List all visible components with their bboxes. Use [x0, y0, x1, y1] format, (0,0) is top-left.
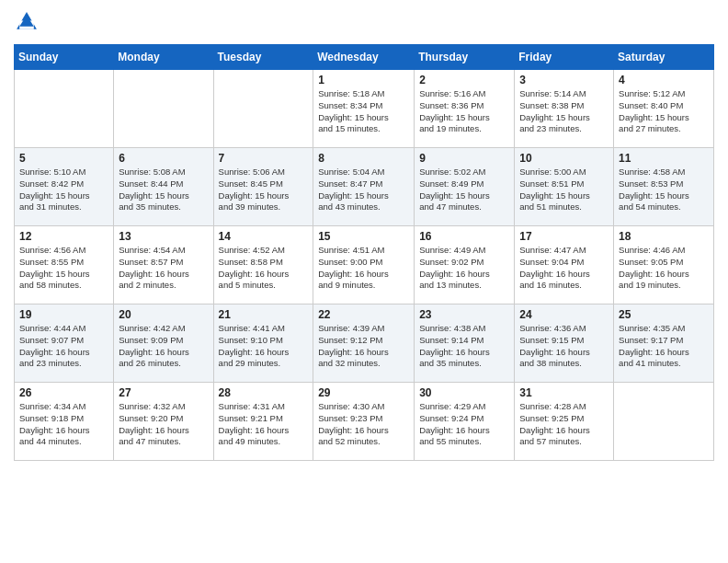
day-number: 2 [419, 74, 509, 86]
day-info: Sunrise: 5:18 AM Sunset: 8:34 PM Dayligh… [318, 88, 409, 135]
day-info: Sunrise: 4:30 AM Sunset: 9:23 PM Dayligh… [318, 401, 409, 448]
weekday-wednesday: Wednesday [313, 45, 415, 70]
day-number: 23 [419, 308, 509, 321]
logo-icon [14, 9, 40, 35]
day-info: Sunrise: 4:44 AM Sunset: 9:07 PM Dayligh… [19, 323, 108, 370]
day-cell [213, 70, 313, 148]
day-cell: 2Sunrise: 5:16 AM Sunset: 8:36 PM Daylig… [415, 70, 515, 148]
weekday-friday: Friday [515, 45, 614, 70]
day-info: Sunrise: 5:02 AM Sunset: 8:49 PM Dayligh… [419, 167, 509, 213]
day-number: 7 [219, 152, 309, 165]
day-number: 19 [19, 308, 108, 321]
day-info: Sunrise: 4:32 AM Sunset: 9:20 PM Dayligh… [119, 401, 208, 448]
day-number: 11 [619, 152, 709, 165]
day-info: Sunrise: 4:58 AM Sunset: 8:53 PM Dayligh… [619, 167, 709, 213]
page: SundayMondayTuesdayWednesdayThursdayFrid… [0, 0, 728, 563]
day-cell: 4Sunrise: 5:12 AM Sunset: 8:40 PM Daylig… [614, 70, 714, 148]
day-number: 5 [19, 152, 108, 165]
day-cell: 1Sunrise: 5:18 AM Sunset: 8:34 PM Daylig… [313, 70, 415, 148]
day-cell: 5Sunrise: 5:10 AM Sunset: 8:42 PM Daylig… [15, 148, 114, 226]
weekday-monday: Monday [114, 45, 213, 70]
day-number: 27 [119, 386, 208, 399]
day-cell: 7Sunrise: 5:06 AM Sunset: 8:45 PM Daylig… [213, 148, 313, 226]
day-cell: 23Sunrise: 4:38 AM Sunset: 9:14 PM Dayli… [415, 304, 515, 383]
day-info: Sunrise: 4:31 AM Sunset: 9:21 PM Dayligh… [219, 401, 309, 448]
day-number: 17 [519, 230, 609, 243]
day-cell: 29Sunrise: 4:30 AM Sunset: 9:23 PM Dayli… [313, 383, 415, 461]
day-info: Sunrise: 5:04 AM Sunset: 8:47 PM Dayligh… [318, 167, 409, 213]
day-info: Sunrise: 5:12 AM Sunset: 8:40 PM Dayligh… [619, 88, 709, 135]
day-info: Sunrise: 4:36 AM Sunset: 9:15 PM Dayligh… [519, 323, 609, 370]
week-row-3: 12Sunrise: 4:56 AM Sunset: 8:55 PM Dayli… [15, 226, 714, 304]
day-cell: 17Sunrise: 4:47 AM Sunset: 9:04 PM Dayli… [515, 226, 614, 304]
day-info: Sunrise: 4:54 AM Sunset: 8:57 PM Dayligh… [119, 245, 208, 292]
day-info: Sunrise: 4:38 AM Sunset: 9:14 PM Dayligh… [419, 323, 509, 370]
logo [14, 9, 43, 35]
day-cell [614, 383, 714, 461]
day-number: 16 [419, 230, 509, 243]
day-info: Sunrise: 5:00 AM Sunset: 8:51 PM Dayligh… [519, 167, 609, 213]
day-number: 29 [318, 386, 409, 399]
day-cell: 24Sunrise: 4:36 AM Sunset: 9:15 PM Dayli… [515, 304, 614, 383]
day-number: 12 [19, 230, 108, 243]
day-number: 24 [519, 308, 609, 321]
day-cell: 19Sunrise: 4:44 AM Sunset: 9:07 PM Dayli… [15, 304, 114, 383]
day-info: Sunrise: 5:16 AM Sunset: 8:36 PM Dayligh… [419, 88, 509, 135]
day-info: Sunrise: 4:52 AM Sunset: 8:58 PM Dayligh… [219, 245, 309, 292]
day-info: Sunrise: 4:46 AM Sunset: 9:05 PM Dayligh… [619, 245, 709, 292]
day-number: 26 [19, 386, 108, 399]
day-info: Sunrise: 4:56 AM Sunset: 8:55 PM Dayligh… [19, 245, 108, 292]
day-number: 30 [419, 386, 509, 399]
day-number: 9 [419, 152, 509, 165]
day-info: Sunrise: 4:51 AM Sunset: 9:00 PM Dayligh… [318, 245, 409, 292]
week-row-4: 19Sunrise: 4:44 AM Sunset: 9:07 PM Dayli… [15, 304, 714, 383]
day-cell: 11Sunrise: 4:58 AM Sunset: 8:53 PM Dayli… [614, 148, 714, 226]
header [14, 9, 714, 35]
day-info: Sunrise: 4:34 AM Sunset: 9:18 PM Dayligh… [19, 401, 108, 448]
day-cell: 3Sunrise: 5:14 AM Sunset: 8:38 PM Daylig… [515, 70, 614, 148]
day-cell: 6Sunrise: 5:08 AM Sunset: 8:44 PM Daylig… [114, 148, 213, 226]
day-cell: 21Sunrise: 4:41 AM Sunset: 9:10 PM Dayli… [213, 304, 313, 383]
day-cell: 20Sunrise: 4:42 AM Sunset: 9:09 PM Dayli… [114, 304, 213, 383]
day-info: Sunrise: 5:06 AM Sunset: 8:45 PM Dayligh… [219, 167, 309, 213]
week-row-5: 26Sunrise: 4:34 AM Sunset: 9:18 PM Dayli… [15, 383, 714, 461]
day-cell: 26Sunrise: 4:34 AM Sunset: 9:18 PM Dayli… [15, 383, 114, 461]
day-number: 10 [519, 152, 609, 165]
day-cell: 8Sunrise: 5:04 AM Sunset: 8:47 PM Daylig… [313, 148, 415, 226]
day-info: Sunrise: 5:10 AM Sunset: 8:42 PM Dayligh… [19, 167, 108, 213]
day-cell [114, 70, 213, 148]
day-cell: 25Sunrise: 4:35 AM Sunset: 9:17 PM Dayli… [614, 304, 714, 383]
day-number: 13 [119, 230, 208, 243]
day-cell: 27Sunrise: 4:32 AM Sunset: 9:20 PM Dayli… [114, 383, 213, 461]
day-number: 18 [619, 230, 709, 243]
day-number: 8 [318, 152, 409, 165]
day-cell: 14Sunrise: 4:52 AM Sunset: 8:58 PM Dayli… [213, 226, 313, 304]
day-info: Sunrise: 4:29 AM Sunset: 9:24 PM Dayligh… [419, 401, 509, 448]
weekday-tuesday: Tuesday [213, 45, 313, 70]
day-info: Sunrise: 4:47 AM Sunset: 9:04 PM Dayligh… [519, 245, 609, 292]
svg-marker-2 [19, 15, 34, 26]
day-info: Sunrise: 4:28 AM Sunset: 9:25 PM Dayligh… [519, 401, 609, 448]
day-info: Sunrise: 4:39 AM Sunset: 9:12 PM Dayligh… [318, 323, 409, 370]
day-cell: 15Sunrise: 4:51 AM Sunset: 9:00 PM Dayli… [313, 226, 415, 304]
day-info: Sunrise: 5:08 AM Sunset: 8:44 PM Dayligh… [119, 167, 208, 213]
day-number: 6 [119, 152, 208, 165]
day-cell: 10Sunrise: 5:00 AM Sunset: 8:51 PM Dayli… [515, 148, 614, 226]
day-number: 14 [219, 230, 309, 243]
day-cell [15, 70, 114, 148]
weekday-sunday: Sunday [15, 45, 114, 70]
week-row-1: 1Sunrise: 5:18 AM Sunset: 8:34 PM Daylig… [15, 70, 714, 148]
weekday-saturday: Saturday [614, 45, 714, 70]
day-info: Sunrise: 4:35 AM Sunset: 9:17 PM Dayligh… [619, 323, 709, 370]
day-number: 15 [318, 230, 409, 243]
day-number: 28 [219, 386, 309, 399]
day-cell: 28Sunrise: 4:31 AM Sunset: 9:21 PM Dayli… [213, 383, 313, 461]
day-number: 4 [619, 74, 709, 86]
day-cell: 22Sunrise: 4:39 AM Sunset: 9:12 PM Dayli… [313, 304, 415, 383]
weekday-thursday: Thursday [415, 45, 515, 70]
day-info: Sunrise: 5:14 AM Sunset: 8:38 PM Dayligh… [519, 88, 609, 135]
day-cell: 18Sunrise: 4:46 AM Sunset: 9:05 PM Dayli… [614, 226, 714, 304]
day-cell: 16Sunrise: 4:49 AM Sunset: 9:02 PM Dayli… [415, 226, 515, 304]
day-number: 22 [318, 308, 409, 321]
day-number: 20 [119, 308, 208, 321]
